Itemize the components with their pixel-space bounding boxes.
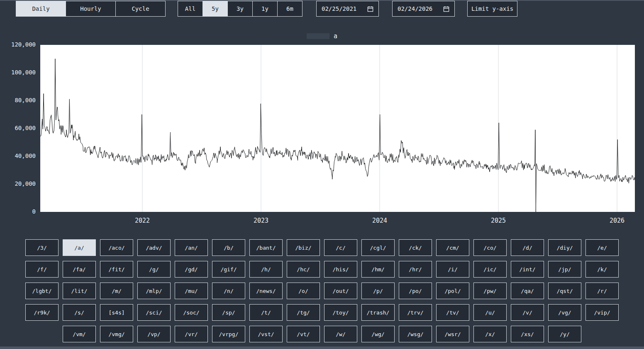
board-button-vst[interactable]: /vst/ [249, 326, 283, 342]
board-button-fit[interactable]: /fit/ [100, 261, 133, 278]
board-button-w[interactable]: /w/ [324, 326, 357, 342]
range-6m-button[interactable]: 6m [277, 1, 302, 17]
board-button-k[interactable]: /k/ [585, 261, 619, 278]
board-button-tg[interactable]: /tg/ [287, 304, 320, 321]
start-date-input[interactable]: 02/25/2021 [316, 1, 379, 17]
end-date-value: 02/24/2026 [398, 5, 432, 12]
board-button-lgbt[interactable]: /lgbt/ [25, 283, 59, 299]
range-all-button[interactable]: All [178, 1, 203, 17]
board-button-u[interactable]: /u/ [473, 304, 507, 321]
board-button-soc[interactable]: /soc/ [175, 304, 208, 321]
range-1y-button[interactable]: 1y [252, 1, 278, 17]
board-button-sp[interactable]: /sp/ [212, 304, 245, 321]
board-button-vrpg[interactable]: /vrpg/ [212, 326, 245, 342]
board-button-wg[interactable]: /wg/ [361, 326, 395, 342]
y-tick-label: 40,000 [2, 152, 36, 159]
board-button-d[interactable]: /d/ [511, 239, 544, 256]
board-button-cm[interactable]: /cm/ [436, 239, 469, 256]
board-button-po[interactable]: /po/ [399, 283, 432, 299]
board-button-3[interactable]: /3/ [25, 239, 59, 256]
board-button-qa[interactable]: /qa/ [511, 283, 544, 299]
board-button-f[interactable]: /f/ [25, 261, 59, 278]
board-button-diy[interactable]: /diy/ [548, 239, 581, 256]
board-button-g[interactable]: /g/ [137, 261, 171, 278]
board-button-adv[interactable]: /adv/ [137, 239, 171, 256]
board-button-vm[interactable]: /vm/ [63, 326, 96, 342]
board-button-c[interactable]: /c/ [324, 239, 357, 256]
board-button-h[interactable]: /h/ [249, 261, 283, 278]
board-button-his[interactable]: /his/ [324, 261, 357, 278]
board-button-co[interactable]: /co/ [473, 239, 507, 256]
board-button-b[interactable]: /b/ [212, 239, 245, 256]
board-button-p[interactable]: /p/ [361, 283, 395, 299]
board-button-qst[interactable]: /qst/ [548, 283, 581, 299]
board-button-fa[interactable]: /fa/ [63, 261, 96, 278]
board-button-vip[interactable]: /vip/ [585, 304, 619, 321]
board-button-v[interactable]: /v/ [511, 304, 544, 321]
board-button-a[interactable]: /a/ [63, 239, 96, 256]
board-button-m[interactable]: /m/ [100, 283, 133, 299]
board-button-y[interactable]: /y/ [548, 326, 581, 342]
board-button-news[interactable]: /news/ [249, 283, 283, 299]
board-button-mu[interactable]: /mu/ [175, 283, 208, 299]
calendar-icon[interactable] [443, 6, 449, 12]
board-button-bant[interactable]: /bant/ [249, 239, 283, 256]
mode-hourly-button[interactable]: Hourly [66, 1, 116, 17]
y-tick-label: 120,000 [2, 41, 36, 48]
mode-daily-button[interactable]: Daily [16, 1, 66, 17]
board-button-trv[interactable]: /trv/ [399, 304, 432, 321]
board-button-vmg[interactable]: /vmg/ [100, 326, 133, 342]
board-button-t[interactable]: /t/ [249, 304, 283, 321]
board-button-jp[interactable]: /jp/ [548, 261, 581, 278]
range-3y-button[interactable]: 3y [227, 1, 253, 17]
board-button-mlp[interactable]: /mlp/ [137, 283, 171, 299]
chart-plot-area[interactable] [40, 45, 635, 212]
board-button-s4s[interactable]: [s4s] [100, 304, 133, 321]
chart-legend[interactable]: a [0, 32, 644, 40]
board-button-hc[interactable]: /hc/ [287, 261, 320, 278]
board-button-xs[interactable]: /xs/ [511, 326, 544, 342]
board-row-4: /r9k//s/[s4s]/sci//soc//sp//t//tg//toy//… [0, 304, 644, 321]
board-button-vp[interactable]: /vp/ [137, 326, 171, 342]
board-button-e[interactable]: /e/ [585, 239, 619, 256]
board-button-out[interactable]: /out/ [324, 283, 357, 299]
board-button-vg[interactable]: /vg/ [548, 304, 581, 321]
board-button-vr[interactable]: /vr/ [175, 326, 208, 342]
calendar-icon[interactable] [367, 6, 373, 12]
board-button-pw[interactable]: /pw/ [473, 283, 507, 299]
board-button-biz[interactable]: /biz/ [287, 239, 320, 256]
board-button-sci[interactable]: /sci/ [137, 304, 171, 321]
mode-cycle-button[interactable]: Cycle [115, 1, 166, 17]
x-tick-label: 2022 [130, 217, 155, 224]
limit-y-axis-button[interactable]: Limit y-axis [467, 1, 517, 17]
board-button-cgl[interactable]: /cgl/ [361, 239, 395, 256]
range-5y-button[interactable]: 5y [202, 1, 228, 17]
board-button-int[interactable]: /int/ [511, 261, 544, 278]
board-button-wsr[interactable]: /wsr/ [436, 326, 469, 342]
board-button-an[interactable]: /an/ [175, 239, 208, 256]
board-button-pol[interactable]: /pol/ [436, 283, 469, 299]
board-button-ck[interactable]: /ck/ [399, 239, 432, 256]
board-button-toy[interactable]: /toy/ [324, 304, 357, 321]
board-button-x[interactable]: /x/ [473, 326, 507, 342]
board-button-tv[interactable]: /tv/ [436, 304, 469, 321]
board-button-gd[interactable]: /gd/ [175, 261, 208, 278]
end-date-input[interactable]: 02/24/2026 [392, 1, 455, 17]
board-button-o[interactable]: /o/ [287, 283, 320, 299]
board-button-r[interactable]: /r/ [585, 283, 619, 299]
board-button-aco[interactable]: /aco/ [100, 239, 133, 256]
board-button-n[interactable]: /n/ [212, 283, 245, 299]
board-button-hr[interactable]: /hr/ [399, 261, 432, 278]
board-button-wsg[interactable]: /wsg/ [399, 326, 432, 342]
board-button-vt[interactable]: /vt/ [287, 326, 320, 342]
board-button-gif[interactable]: /gif/ [212, 261, 245, 278]
board-button-ic[interactable]: /ic/ [473, 261, 507, 278]
board-button-s[interactable]: /s/ [63, 304, 96, 321]
board-button-r9k[interactable]: /r9k/ [25, 304, 59, 321]
board-button-hm[interactable]: /hm/ [361, 261, 395, 278]
board-button-i[interactable]: /i/ [436, 261, 469, 278]
series-a-line [40, 59, 635, 212]
board-button-lit[interactable]: /lit/ [63, 283, 96, 299]
bottom-scrollbar[interactable] [0, 347, 644, 349]
board-button-trash[interactable]: /trash/ [361, 304, 395, 321]
